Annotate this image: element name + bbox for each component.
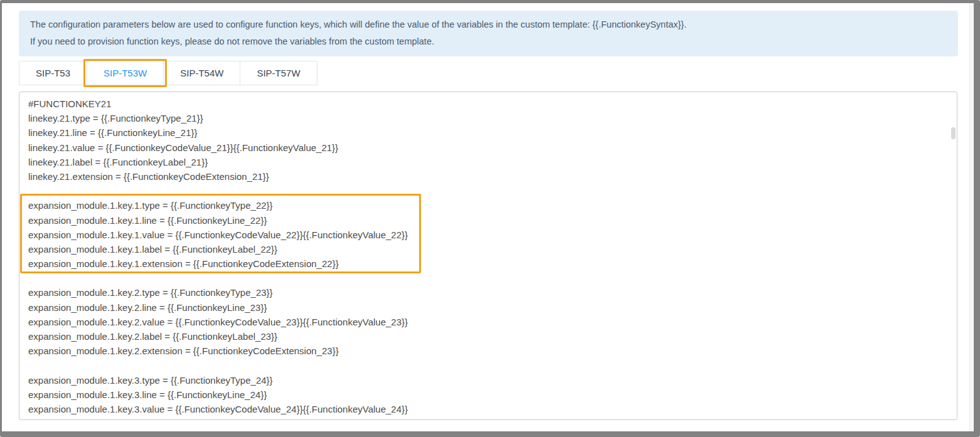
code-line: linekey.21.value = {{.FunctionkeyCodeVal… [28, 140, 949, 155]
code-line: expansion_module.1.key.3.type = {{.Funct… [28, 373, 949, 387]
code-line: expansion_module.1.key.2.line = {{.Funct… [28, 300, 949, 315]
page-scrollbar-track[interactable] [969, 3, 974, 431]
phone-model-tabbar: SIP-T53SIP-T53WSIP-T54WSIP-T57W [19, 61, 317, 85]
custom-template-textarea[interactable]: #FUNCTIONKEY21linekey.21.type = {{.Funct… [19, 92, 957, 420]
code-line: expansion_module.1.key.2.label = {{.Func… [28, 329, 949, 344]
code-line: expansion_module.1.key.2.value = {{.Func… [28, 315, 949, 329]
code-line: #FUNCTIONKEY21 [28, 97, 949, 111]
tab-sip-t53w[interactable]: SIP-T53W [87, 61, 164, 85]
tab-label: SIP-T53W [104, 68, 147, 78]
editor-scrollbar[interactable] [951, 93, 956, 418]
code-line: expansion_module.1.key.3.value = {{.Func… [28, 402, 949, 416]
info-banner-line-2: If you need to provision function keys, … [30, 33, 947, 50]
code-line: expansion_module.1.key.2.type = {{.Funct… [28, 285, 949, 300]
code-line: expansion_module.1.key.1.line = {{.Funct… [28, 213, 419, 228]
code-line: expansion_module.1.key.1.extension = {{.… [28, 256, 419, 271]
code-line: expansion_module.1.key.1.value = {{.Func… [28, 228, 419, 242]
code-block: expansion_module.1.key.2.type = {{.Funct… [28, 285, 949, 358]
editor-scrollbar-thumb[interactable] [951, 127, 956, 139]
code-block: expansion_module.1.key.3.type = {{.Funct… [28, 373, 949, 420]
template-code: #FUNCTIONKEY21linekey.21.type = {{.Funct… [19, 92, 949, 420]
code-line: expansion_module.1.key.2.extension = {{.… [28, 344, 949, 358]
code-line: linekey.21.label = {{.FunctionkeyLabel_2… [28, 155, 949, 169]
tab-sip-t57w[interactable]: SIP-T57W [240, 61, 317, 85]
annotated-code-block: expansion_module.1.key.1.type = {{.Funct… [20, 194, 421, 273]
code-block: #FUNCTIONKEY21linekey.21.type = {{.Funct… [28, 97, 949, 184]
tab-label: SIP-T54W [180, 68, 223, 78]
tab-sip-t54w[interactable]: SIP-T54W [163, 61, 240, 85]
tab-label: SIP-T53 [36, 68, 70, 78]
tab-label: SIP-T57W [257, 68, 300, 78]
code-line: expansion_module.1.key.3.line = {{.Funct… [28, 387, 949, 402]
info-banner-line-1: The configuration parameters below are u… [30, 16, 947, 33]
window-frame: The configuration parameters below are u… [0, 0, 980, 437]
code-line: expansion_module.1.key.1.type = {{.Funct… [28, 198, 419, 213]
code-line: linekey.21.line = {{.FunctionkeyLine_21}… [28, 125, 949, 140]
tab-sip-t53[interactable]: SIP-T53 [19, 61, 87, 85]
code-line: expansion_module.1.key.1.label = {{.Func… [28, 242, 419, 256]
info-banner: The configuration parameters below are u… [19, 11, 958, 56]
code-line: linekey.21.extension = {{.FunctionkeyCod… [28, 169, 949, 184]
code-line: linekey.21.type = {{.FunctionkeyType_21}… [28, 111, 949, 125]
code-line: expansion_module.1.key.3.label = {{.Func… [28, 416, 949, 420]
